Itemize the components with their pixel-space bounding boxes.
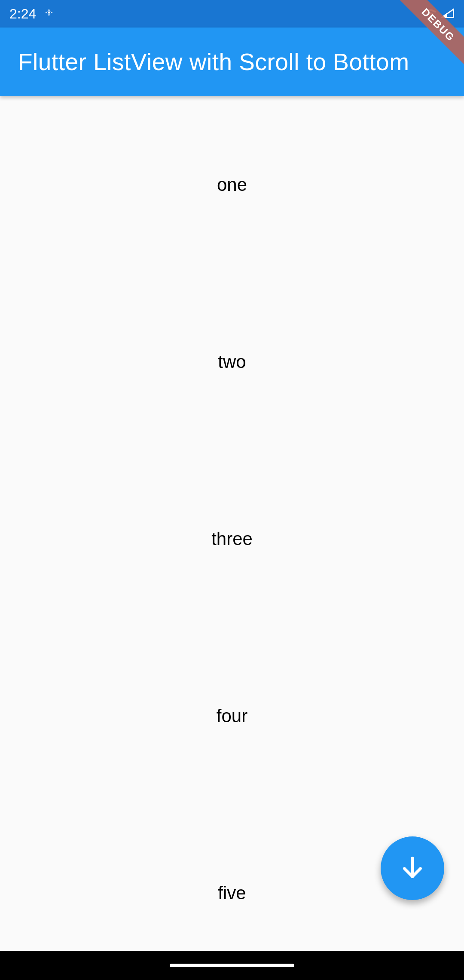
list-view[interactable]: one two three four five bbox=[0, 96, 464, 951]
list-item-text: one bbox=[217, 175, 247, 195]
list-item-text: five bbox=[218, 883, 246, 903]
status-bar: 2:24 bbox=[0, 0, 464, 28]
svg-point-0 bbox=[48, 12, 50, 13]
navigation-bar bbox=[0, 951, 464, 980]
list-item: three bbox=[0, 450, 464, 628]
scroll-to-bottom-button[interactable] bbox=[381, 836, 444, 900]
status-right bbox=[424, 6, 455, 22]
list-item: one bbox=[0, 96, 464, 273]
arrow-down-icon bbox=[399, 854, 426, 883]
wifi-icon bbox=[424, 6, 437, 22]
signal-icon bbox=[441, 6, 455, 22]
nav-home-pill[interactable] bbox=[170, 964, 294, 967]
device-frame: 2:24 bbox=[0, 0, 464, 980]
list-item: two bbox=[0, 273, 464, 450]
location-icon bbox=[44, 6, 54, 22]
list-item-text: three bbox=[211, 529, 253, 549]
app-bar: Flutter ListView with Scroll to Bottom bbox=[0, 28, 464, 96]
status-time: 2:24 bbox=[9, 6, 36, 22]
screen: 2:24 bbox=[0, 0, 464, 951]
list-item: four bbox=[0, 628, 464, 805]
status-left: 2:24 bbox=[9, 6, 54, 22]
list-item-text: four bbox=[217, 706, 247, 726]
list-item-text: two bbox=[218, 352, 246, 372]
app-bar-title: Flutter ListView with Scroll to Bottom bbox=[18, 48, 409, 76]
